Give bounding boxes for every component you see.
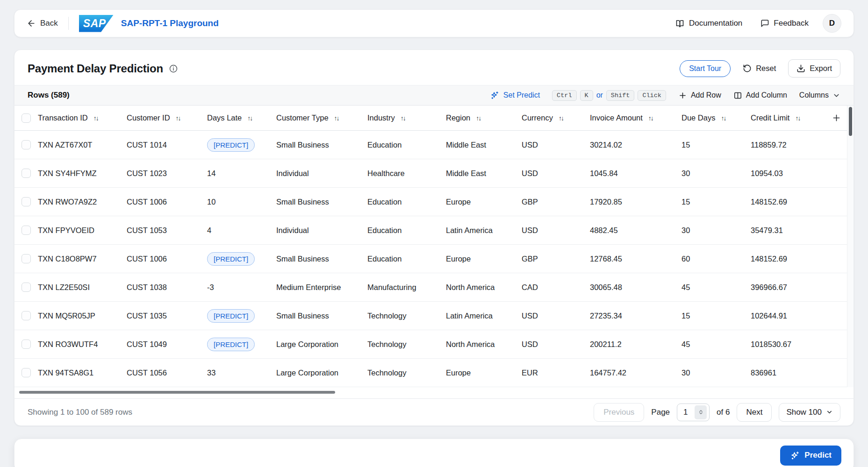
column-header-region[interactable]: Region↑↓ bbox=[446, 113, 522, 122]
cell-region[interactable]: Middle East bbox=[446, 169, 522, 178]
cell-transaction-id[interactable]: TXN LZ2E50SI bbox=[38, 283, 127, 292]
cell-credit-limit[interactable]: 1018530.67 bbox=[751, 340, 825, 349]
cell-transaction-id[interactable]: TXN FPYVOEID bbox=[38, 226, 127, 235]
cell-days-late[interactable]: [PREDICT] bbox=[207, 138, 276, 152]
cell-transaction-id[interactable]: TXN AZT67X0T bbox=[38, 141, 127, 149]
cell-credit-limit[interactable]: 118859.72 bbox=[751, 141, 825, 149]
cell-invoice-amount[interactable]: 4882.45 bbox=[590, 226, 681, 235]
cell-due-days[interactable]: 30 bbox=[681, 169, 751, 178]
cell-transaction-id[interactable]: TXN MQ5R05JP bbox=[38, 311, 127, 320]
column-header-currency[interactable]: Currency↑↓ bbox=[522, 113, 590, 122]
avatar[interactable]: D bbox=[823, 14, 841, 33]
sort-icon[interactable]: ↑↓ bbox=[721, 114, 725, 122]
column-header-credit-limit[interactable]: Credit Limit↑↓ bbox=[751, 113, 825, 122]
select-all-checkbox[interactable] bbox=[22, 113, 31, 123]
cell-industry[interactable]: Technology bbox=[367, 368, 446, 377]
cell-credit-limit[interactable]: 35479.31 bbox=[751, 226, 825, 235]
sort-icon[interactable]: ↑↓ bbox=[247, 114, 252, 122]
column-header-customer-type[interactable]: Customer Type↑↓ bbox=[276, 113, 367, 122]
sort-icon[interactable]: ↑↓ bbox=[176, 114, 180, 122]
cell-customer-id[interactable]: CUST 1023 bbox=[127, 169, 207, 178]
sort-icon[interactable]: ↑↓ bbox=[401, 114, 405, 122]
cell-customer-type[interactable]: Large Corporation bbox=[276, 340, 367, 349]
cell-customer-id[interactable]: CUST 1056 bbox=[127, 368, 207, 377]
cell-industry[interactable]: Education bbox=[367, 226, 446, 235]
column-header-days-late[interactable]: Days Late↑↓ bbox=[207, 113, 276, 122]
page-size-select[interactable]: Show 100 bbox=[779, 403, 840, 422]
row-checkbox[interactable] bbox=[22, 169, 31, 178]
cell-invoice-amount[interactable]: 27235.34 bbox=[590, 311, 681, 320]
cell-days-late[interactable]: [PREDICT] bbox=[207, 309, 276, 323]
cell-days-late[interactable]: [PREDICT] bbox=[207, 338, 276, 351]
add-column-plus-button[interactable] bbox=[832, 113, 841, 123]
cell-credit-limit[interactable]: 396966.67 bbox=[751, 283, 825, 292]
cell-due-days[interactable]: 30 bbox=[681, 226, 751, 235]
cell-due-days[interactable]: 15 bbox=[681, 141, 751, 149]
cell-customer-type[interactable]: Large Corporation bbox=[276, 368, 367, 377]
cell-currency[interactable]: GBP bbox=[522, 255, 590, 263]
info-icon[interactable] bbox=[169, 64, 178, 73]
cell-credit-limit[interactable]: 148152.69 bbox=[751, 255, 825, 263]
cell-region[interactable]: North America bbox=[446, 283, 522, 292]
cell-currency[interactable]: USD bbox=[522, 141, 590, 149]
cell-due-days[interactable]: 15 bbox=[681, 198, 751, 206]
cell-invoice-amount[interactable]: 12768.45 bbox=[590, 255, 681, 263]
cell-customer-id[interactable]: CUST 1035 bbox=[127, 311, 207, 320]
add-row-button[interactable]: Add Row bbox=[678, 91, 721, 100]
cell-currency[interactable]: USD bbox=[522, 226, 590, 235]
cell-credit-limit[interactable]: 836961 bbox=[751, 368, 825, 377]
cell-industry[interactable]: Technology bbox=[367, 311, 446, 320]
column-header-industry[interactable]: Industry↑↓ bbox=[367, 113, 446, 122]
cell-customer-type[interactable]: Small Business bbox=[276, 198, 367, 206]
cell-due-days[interactable]: 15 bbox=[681, 311, 751, 320]
cell-customer-id[interactable]: CUST 1053 bbox=[127, 226, 207, 235]
cell-industry[interactable]: Healthcare bbox=[367, 169, 446, 178]
cell-region[interactable]: North America bbox=[446, 340, 522, 349]
cell-customer-type[interactable]: Small Business bbox=[276, 141, 367, 149]
cell-region[interactable]: Europe bbox=[446, 368, 522, 377]
cell-industry[interactable]: Technology bbox=[367, 340, 446, 349]
cell-customer-type[interactable]: Small Business bbox=[276, 255, 367, 263]
sort-icon[interactable]: ↑↓ bbox=[93, 114, 98, 122]
cell-region[interactable]: Europe bbox=[446, 198, 522, 206]
cell-industry[interactable]: Education bbox=[367, 198, 446, 206]
cell-credit-limit[interactable]: 10954.03 bbox=[751, 169, 825, 178]
cell-currency[interactable]: GBP bbox=[522, 198, 590, 206]
cell-customer-id[interactable]: CUST 1014 bbox=[127, 141, 207, 149]
sort-icon[interactable]: ↑↓ bbox=[476, 114, 481, 122]
cell-due-days[interactable]: 30 bbox=[681, 368, 751, 377]
cell-customer-type[interactable]: Individual bbox=[276, 226, 367, 235]
feedback-button[interactable]: Feedback bbox=[760, 19, 809, 28]
cell-currency[interactable]: USD bbox=[522, 311, 590, 320]
cell-invoice-amount[interactable]: 164757.42 bbox=[590, 368, 681, 377]
row-checkbox[interactable] bbox=[22, 283, 31, 292]
horizontal-scrollbar-thumb[interactable] bbox=[19, 391, 335, 394]
row-checkbox[interactable] bbox=[22, 368, 31, 377]
page-number-input[interactable]: 1 bbox=[677, 403, 710, 421]
cell-invoice-amount[interactable]: 1045.84 bbox=[590, 169, 681, 178]
predict-button[interactable]: Predict bbox=[780, 446, 841, 466]
cell-credit-limit[interactable]: 102644.91 bbox=[751, 311, 825, 320]
cell-currency[interactable]: EUR bbox=[522, 368, 590, 377]
vertical-scrollbar-thumb[interactable] bbox=[849, 107, 852, 136]
cell-customer-type[interactable]: Small Business bbox=[276, 311, 367, 320]
row-checkbox[interactable] bbox=[22, 340, 31, 349]
cell-transaction-id[interactable]: TXN C18O8PW7 bbox=[38, 255, 127, 263]
sort-icon[interactable]: ↑↓ bbox=[648, 114, 653, 122]
vertical-scrollbar[interactable] bbox=[847, 106, 854, 387]
cell-region[interactable]: Middle East bbox=[446, 141, 522, 149]
cell-customer-id[interactable]: CUST 1006 bbox=[127, 255, 207, 263]
cell-region[interactable]: Latin America bbox=[446, 311, 522, 320]
cell-industry[interactable]: Education bbox=[367, 141, 446, 149]
cell-industry[interactable]: Manufacturing bbox=[367, 283, 446, 292]
column-header-invoice-amount[interactable]: Invoice Amount↑↓ bbox=[590, 113, 681, 122]
row-checkbox[interactable] bbox=[22, 311, 31, 320]
column-header-due-days[interactable]: Due Days↑↓ bbox=[681, 113, 751, 122]
cell-due-days[interactable]: 45 bbox=[681, 283, 751, 292]
cell-due-days[interactable]: 45 bbox=[681, 340, 751, 349]
start-tour-button[interactable]: Start Tour bbox=[680, 60, 731, 77]
cell-transaction-id[interactable]: TXN SY4HFYMZ bbox=[38, 169, 127, 178]
cell-customer-type[interactable]: Individual bbox=[276, 169, 367, 178]
cell-customer-id[interactable]: CUST 1049 bbox=[127, 340, 207, 349]
sort-icon[interactable]: ↑↓ bbox=[334, 114, 339, 122]
